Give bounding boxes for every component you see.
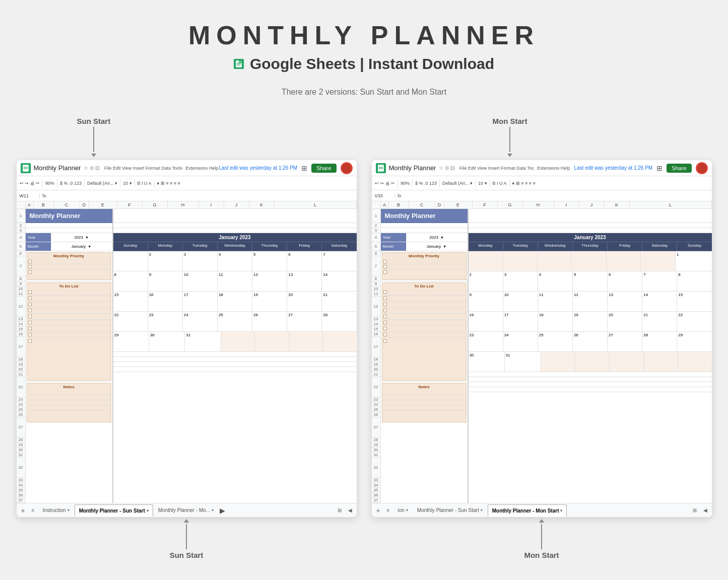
share-button-left[interactable]: Share: [311, 164, 336, 173]
page-title: MONTHLY PLANNER: [188, 20, 540, 50]
month-header-left: January 2023: [113, 233, 357, 242]
screenshots-row: Sun Start Monthly Planner ☆ ⊙ ⊡: [17, 117, 712, 559]
tab-mon-start-right[interactable]: Monthly Planner - Mon Start ▾: [488, 504, 567, 517]
user-avatar-left: [341, 162, 353, 174]
page-subtitle: Google Sheets | Instant Download: [250, 55, 494, 72]
mon-start-container: Mon Start Monthly Planner ☆ ⊙ ⊡: [372, 117, 712, 559]
tab-scroll-right[interactable]: ◀: [701, 506, 710, 515]
tab-sun-start-right[interactable]: Monthly Planner - Sun Start ▾: [413, 504, 487, 517]
row-numbers-left: 1 2 3 4 5 6 7 8 9 10 11 12 13 14 15 16 1: [17, 209, 26, 503]
row-num-header-right: [372, 201, 381, 208]
sun-start-spreadsheet[interactable]: Monthly Planner ☆ ⊙ ⊡ File Edit View Ins…: [17, 160, 357, 517]
svg-rect-7: [239, 61, 241, 63]
tab-nav-right[interactable]: ⊞: [690, 506, 699, 515]
add-sheet-right[interactable]: +: [374, 506, 383, 515]
title-icons-right: ☆ ⊙ ⊡: [439, 165, 454, 171]
svg-rect-10: [23, 167, 27, 167]
toolbar-right: ↩ ↪ 🖨 ✂ 90% $ % .0 123 Default (Ari... ▾…: [372, 176, 712, 190]
top-sun-start-label: Sun Start: [77, 117, 111, 125]
priority-title-right: Monthly Priority: [383, 254, 465, 258]
svg-rect-16: [378, 168, 382, 168]
ss-body-left: 1 2 3 4 5 6 7 8 9 10 11 12 13 14 15 16 1: [17, 209, 357, 503]
add-sheet-left[interactable]: +: [19, 506, 28, 515]
month-label-left: Month: [26, 242, 51, 251]
planner-title-left: Monthly Planner: [30, 212, 81, 220]
month-value-left: January ▼: [51, 242, 112, 251]
svg-rect-11: [23, 168, 27, 168]
priority-title-left: Monthly Priority: [28, 254, 110, 258]
todo-title-right: To Do List: [383, 284, 465, 288]
cell-reference-right: V33: [375, 193, 395, 198]
sheet-list-left[interactable]: ≡: [29, 506, 38, 515]
svg-rect-4: [237, 64, 241, 65]
calendar-panel-right: January 2023 Monday Tuesday Wednesday Th…: [469, 209, 712, 503]
notes-title-right: Notes: [383, 385, 465, 389]
tab-nav-left[interactable]: ⊞: [335, 506, 344, 515]
top-mon-start-label: Mon Start: [493, 117, 527, 125]
title-icons-left: ☆ ⊙ ⊡: [84, 165, 99, 171]
year-value-right: 2023 ▼: [406, 233, 468, 242]
share-button-right[interactable]: Share: [667, 164, 691, 173]
edit-timestamp-left: Last edit was yesterday at 1:26 PM: [219, 165, 298, 171]
left-sidebar-right: Monthly Planner Year 2023 ▼: [381, 209, 469, 503]
sheets-logo-right: [376, 163, 386, 173]
row-num-header-left: [17, 201, 26, 208]
bottom-sun-start-label: Sun Start: [170, 551, 204, 559]
sheet-list-right[interactable]: ≡: [384, 506, 393, 515]
tab-scroll-left[interactable]: ◀: [346, 506, 355, 515]
notes-title-left: Notes: [28, 385, 110, 389]
calendar-panel-left: January 2023 Sunday Monday Tuesday Wedne…: [113, 209, 357, 503]
year-label-left: Year: [26, 233, 51, 242]
month-value-right: January ▼: [406, 242, 468, 251]
cell-reference-left: W11: [20, 193, 40, 198]
formula-bar-left: W11 fx: [17, 190, 357, 201]
tab-sun-start-left[interactable]: Monthly Planner - Sun Start ▾: [75, 504, 153, 517]
versions-description: There are 2 versions: Sun Start and Mon …: [282, 88, 446, 97]
left-sidebar-left: Monthly Planner Year 2023 ▼: [26, 209, 113, 503]
row-numbers-right: 1 2 3 4 5 6 7 8 9 10 11 12 13 14 15 16 1: [372, 209, 381, 503]
subtitle-row: Google Sheets | Instant Download: [234, 55, 494, 72]
mon-start-spreadsheet[interactable]: Monthly Planner ☆ ⊙ ⊡ File Edit View Ins…: [372, 160, 712, 517]
month-header-right: January 2023: [469, 233, 712, 242]
ss-body-right: 1 2 3 4 5 6 7 8 9 10 11 12 13 14 15 16 1: [372, 209, 712, 503]
planner-title-right: Monthly Planner: [385, 212, 436, 220]
svg-rect-12: [23, 168, 27, 169]
toolbar-left: ↩ ↪ 🖨 ✂ 90% $ % .0 123 Default (Ari... ▾…: [17, 176, 357, 190]
google-sheets-icon: [234, 59, 244, 69]
year-value-left: 2023 ▼: [51, 233, 112, 242]
svg-rect-17: [378, 168, 382, 169]
bottom-mon-start-label: Mon Start: [524, 551, 559, 559]
svg-rect-5: [237, 65, 239, 66]
svg-rect-3: [237, 63, 241, 64]
spreadsheet-title-left: Monthly Planner: [34, 164, 81, 172]
tab-mon-start-left[interactable]: Monthly Planner - Mo... ▾: [154, 504, 218, 517]
sheets-tabs-right: + ≡ ion ▾ Monthly Planner - Sun Start ▾ …: [372, 503, 712, 517]
edit-timestamp-right: Last edit was yesterday at 1:26 PM: [574, 165, 653, 171]
month-label-right: Month: [381, 242, 406, 251]
sheets-tabs-left: + ≡ Instruction ▾ Monthly Planner - Sun …: [17, 503, 357, 517]
sheets-logo-left: [21, 163, 31, 173]
user-avatar-right: [696, 162, 708, 174]
formula-bar-right: V33 fx: [372, 190, 712, 201]
spreadsheet-title-right: Monthly Planner: [389, 164, 436, 172]
tab-instruction-left[interactable]: Instruction ▾: [39, 504, 74, 517]
tab-instruction-right[interactable]: ion ▾: [394, 504, 412, 517]
year-label-right: Year: [381, 233, 406, 242]
sun-start-container: Sun Start Monthly Planner ☆ ⊙ ⊡: [17, 117, 357, 559]
todo-title-left: To Do List: [28, 284, 110, 288]
svg-rect-15: [378, 167, 382, 167]
